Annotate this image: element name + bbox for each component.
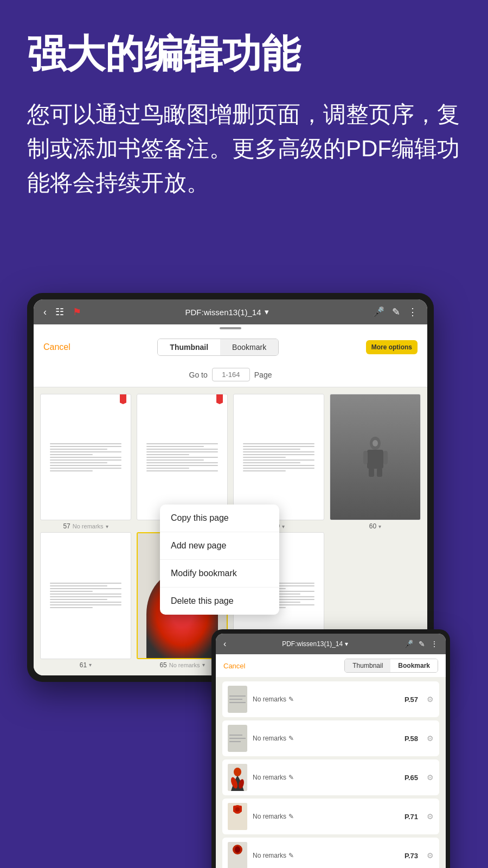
svg-rect-2	[363, 451, 368, 464]
thumb-page-58	[137, 394, 228, 520]
chevron-61[interactable]: ▾	[89, 662, 92, 668]
goto-bar: Go to Page	[34, 362, 427, 387]
thumb-page-57	[40, 394, 131, 520]
sec-tab-bookmark[interactable]: Bookmark	[390, 659, 438, 672]
bookmark-list: No remarks ✎ P.57 ⚙ No	[216, 677, 446, 868]
dropdown-icon[interactable]: ▾	[265, 307, 269, 317]
tab-bookmark[interactable]: Bookmark	[220, 339, 278, 355]
sec-cancel-button[interactable]: Cancel	[223, 662, 245, 670]
thumb-page-61	[40, 532, 131, 659]
bookmark-icon[interactable]: ⚑	[73, 306, 81, 318]
goto-label: Go to	[189, 371, 208, 379]
thumb-toolbar: Cancel Thumbnail Bookmark More options	[34, 332, 427, 362]
filename-label: PDF:wissen13(1)_14	[185, 308, 261, 317]
svg-point-18	[235, 807, 240, 812]
bm-thumb-58	[228, 725, 247, 752]
bookmark-item-71[interactable]: No remarks ✎ P.71 ⚙	[222, 799, 439, 834]
bookmark-flag-57	[120, 394, 126, 404]
pen-icon[interactable]: ✎	[392, 306, 400, 318]
thumb-item-61[interactable]: 61 ▾	[40, 532, 131, 668]
edit-icon-57: ✎	[288, 695, 294, 703]
svg-rect-1	[367, 450, 383, 469]
bm-gear-57[interactable]: ⚙	[427, 695, 434, 704]
mic-icon[interactable]: 🎤	[373, 306, 384, 318]
page-title: 强大的编辑功能	[27, 33, 461, 75]
chevron-65[interactable]: ▾	[202, 662, 205, 668]
illustration-60	[330, 394, 420, 520]
thumb-label-61: 61 ▾	[80, 661, 92, 669]
bm-gear-71[interactable]: ⚙	[427, 812, 434, 821]
bm-thumb-57	[228, 686, 247, 713]
bm-page-71: P.71	[404, 813, 418, 821]
grid-icon[interactable]: ☷	[55, 306, 64, 318]
more-icon[interactable]: ⋮	[408, 306, 418, 318]
thumb-page-60	[330, 394, 421, 520]
bm-remark-71: No remarks	[253, 813, 286, 820]
tablet-screen: ‹ ☷ ⚑ PDF:wissen13(1)_14 ▾ 🎤 ✎ ⋮	[34, 299, 427, 675]
edit-icon-71: ✎	[288, 813, 294, 820]
context-menu: Copy this page Add new page Modify bookm…	[160, 505, 279, 615]
scroll-handle-bar	[34, 324, 427, 332]
bm-page-58: P.58	[404, 735, 418, 743]
subtitle-text: 您可以通过鸟瞰图增删页面，调整页序，复制或添加书签备注。更多高级的PDF编辑功能…	[27, 97, 461, 200]
bm-info-58: No remarks ✎	[253, 735, 399, 742]
chevron-59[interactable]: ▾	[282, 524, 285, 529]
svg-rect-4	[369, 468, 374, 477]
svg-point-6	[373, 440, 378, 446]
bm-remark-65: No remarks	[253, 774, 286, 781]
sec-tab-thumbnail[interactable]: Thumbnail	[345, 659, 390, 672]
top-bar-left: ‹ ☷ ⚑	[43, 306, 81, 318]
add-page-menu-item[interactable]: Add new page	[160, 532, 279, 560]
thumb-label-65: 65 No remarks ▾	[159, 661, 204, 669]
page-label: Page	[254, 371, 272, 379]
page-num-65: 65	[159, 661, 166, 669]
sec-top-icons: 🎤 ✎ ⋮	[404, 640, 438, 648]
back-icon[interactable]: ‹	[43, 307, 47, 318]
bm-thumb-65	[228, 764, 247, 791]
chevron-57[interactable]: ▾	[106, 524, 108, 529]
bookmark-item-58[interactable]: No remarks ✎ P.58 ⚙	[222, 720, 439, 756]
sec-filename-label: PDF:wissen13(1)_14	[282, 640, 343, 648]
sec-tab-group: Thumbnail Bookmark	[344, 659, 438, 673]
tab-group: Thumbnail Bookmark	[157, 339, 279, 356]
tab-thumbnail[interactable]: Thumbnail	[158, 339, 220, 355]
sec-back-icon[interactable]: ‹	[223, 639, 226, 649]
sec-more-icon[interactable]: ⋮	[431, 640, 438, 648]
thumb-item-57[interactable]: 57 No remarks ▾	[40, 394, 131, 530]
bookmark-item-57[interactable]: No remarks ✎ P.57 ⚙	[222, 681, 439, 717]
cancel-button[interactable]: Cancel	[43, 342, 70, 352]
bm-remark-58: No remarks	[253, 735, 286, 742]
bm-remark-57: No remarks	[253, 695, 286, 703]
bm-gear-65[interactable]: ⚙	[427, 773, 434, 782]
edit-icon-73: ✎	[288, 852, 294, 859]
bm-info-65: No remarks ✎	[253, 774, 399, 781]
header-section: 强大的编辑功能 您可以通过鸟瞰图增删页面，调整页序，复制或添加书签备注。更多高级…	[0, 0, 488, 216]
svg-rect-5	[377, 468, 382, 477]
bm-thumb-71	[228, 803, 247, 830]
bm-info-73: No remarks ✎	[253, 852, 399, 859]
bookmark-item-73[interactable]: No remarks ✎ P.73 ⚙	[222, 838, 439, 868]
scroll-handle	[220, 327, 241, 329]
modify-bookmark-menu-item[interactable]: Modify bookmark	[160, 560, 279, 588]
sec-pen-icon[interactable]: ✎	[419, 640, 425, 648]
bookmark-item-65[interactable]: No remarks ✎ P.65 ⚙	[222, 760, 439, 795]
bm-page-65: P.65	[404, 774, 418, 782]
delete-page-menu-item[interactable]: Delete this page	[160, 588, 279, 615]
bm-gear-58[interactable]: ⚙	[427, 734, 434, 743]
copy-page-menu-item[interactable]: Copy this page	[160, 505, 279, 532]
bm-info-57: No remarks ✎	[253, 695, 399, 703]
thumb-item-60[interactable]: 60 ▾	[330, 394, 421, 530]
svg-point-12	[234, 768, 241, 776]
more-options-button[interactable]: More options	[366, 340, 418, 354]
sec-dropdown-icon[interactable]: ▾	[345, 640, 348, 648]
thumb-label-60: 60 ▾	[369, 522, 381, 530]
bookmark-flag-58	[216, 394, 223, 404]
bm-info-71: No remarks ✎	[253, 813, 399, 820]
goto-input[interactable]	[212, 368, 250, 381]
chevron-60[interactable]: ▾	[378, 524, 381, 529]
sec-mic-icon[interactable]: 🎤	[404, 640, 413, 648]
bm-gear-73[interactable]: ⚙	[427, 851, 434, 860]
top-bar-right: 🎤 ✎ ⋮	[373, 306, 418, 318]
top-bar-center: PDF:wissen13(1)_14 ▾	[185, 307, 268, 317]
tablet-secondary-screen: ‹ PDF:wissen13(1)_14 ▾ 🎤 ✎ ⋮ Cancel Thum…	[216, 634, 446, 868]
